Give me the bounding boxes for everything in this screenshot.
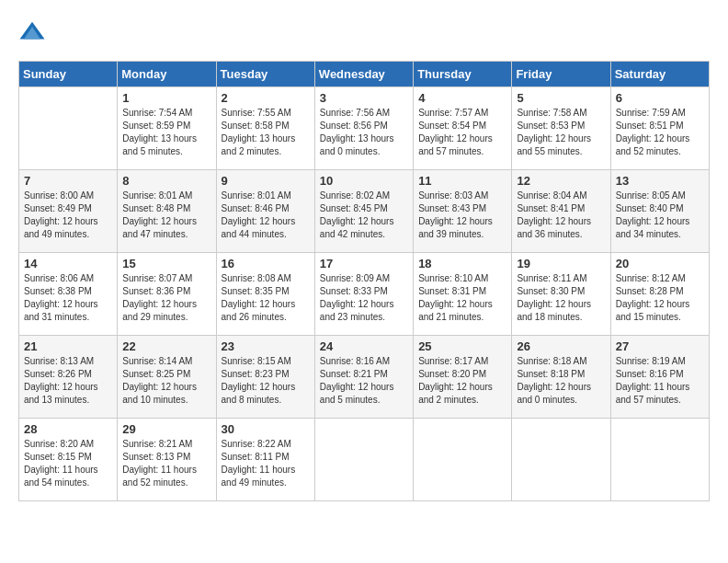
day-number: 4 [418,91,506,105]
calendar-table: SundayMondayTuesdayWednesdayThursdayFrid… [18,61,710,501]
day-number: 16 [222,257,310,270]
day-info: Sunrise: 8:16 AM Sunset: 8:21 PM Dayligh… [320,355,408,407]
calendar-week-row: 28Sunrise: 8:20 AM Sunset: 8:15 PM Dayli… [19,419,710,501]
day-info: Sunrise: 8:02 AM Sunset: 8:45 PM Dayligh… [320,190,408,241]
day-number: 1 [122,91,210,105]
day-info: Sunrise: 8:03 AM Sunset: 8:43 PM Dayligh… [418,190,506,241]
calendar-cell: 29Sunrise: 8:21 AM Sunset: 8:13 PM Dayli… [118,419,216,501]
calendar-cell: 7Sunrise: 8:00 AM Sunset: 8:49 PM Daylig… [19,170,118,253]
day-info: Sunrise: 8:11 AM Sunset: 8:30 PM Dayligh… [517,272,605,324]
calendar-cell: 8Sunrise: 8:01 AM Sunset: 8:48 PM Daylig… [118,170,216,253]
calendar-cell: 14Sunrise: 8:06 AM Sunset: 8:38 PM Dayli… [19,253,118,336]
day-number: 14 [24,257,112,270]
day-info: Sunrise: 8:01 AM Sunset: 8:46 PM Dayligh… [222,190,310,241]
calendar-cell: 26Sunrise: 8:18 AM Sunset: 8:18 PM Dayli… [512,336,610,419]
calendar-cell [19,87,118,170]
day-number: 22 [122,339,210,353]
day-info: Sunrise: 8:13 AM Sunset: 8:26 PM Dayligh… [24,355,112,407]
day-number: 17 [320,257,408,270]
day-number: 30 [222,422,310,436]
day-number: 12 [517,174,605,188]
day-number: 13 [616,174,704,188]
logo [18,18,50,46]
calendar-cell: 3Sunrise: 7:56 AM Sunset: 8:56 PM Daylig… [314,87,413,170]
day-info: Sunrise: 8:08 AM Sunset: 8:35 PM Dayligh… [222,272,310,324]
weekday-header-wednesday: Wednesday [314,62,413,87]
calendar-cell: 17Sunrise: 8:09 AM Sunset: 8:33 PM Dayli… [314,253,413,336]
calendar-cell: 10Sunrise: 8:02 AM Sunset: 8:45 PM Dayli… [314,170,413,253]
page-header [18,18,710,46]
day-number: 11 [418,174,506,188]
weekday-header-saturday: Saturday [610,62,709,87]
calendar-cell: 20Sunrise: 8:12 AM Sunset: 8:28 PM Dayli… [610,253,709,336]
calendar-cell: 13Sunrise: 8:05 AM Sunset: 8:40 PM Dayli… [610,170,709,253]
day-info: Sunrise: 8:09 AM Sunset: 8:33 PM Dayligh… [320,272,408,324]
calendar-cell: 1Sunrise: 7:54 AM Sunset: 8:59 PM Daylig… [118,87,216,170]
calendar-cell [314,419,413,501]
weekday-header-row: SundayMondayTuesdayWednesdayThursdayFrid… [19,62,710,87]
day-number: 3 [320,91,408,105]
day-info: Sunrise: 8:17 AM Sunset: 8:20 PM Dayligh… [418,355,506,407]
calendar-cell [610,419,709,501]
day-info: Sunrise: 7:58 AM Sunset: 8:53 PM Dayligh… [517,107,605,158]
day-number: 18 [418,257,506,270]
day-number: 10 [320,174,408,188]
day-number: 9 [222,174,310,188]
calendar-cell: 11Sunrise: 8:03 AM Sunset: 8:43 PM Dayli… [414,170,512,253]
day-number: 23 [222,339,310,353]
calendar-cell: 27Sunrise: 8:19 AM Sunset: 8:16 PM Dayli… [610,336,709,419]
day-info: Sunrise: 8:15 AM Sunset: 8:23 PM Dayligh… [222,355,310,407]
day-info: Sunrise: 8:19 AM Sunset: 8:16 PM Dayligh… [616,355,704,407]
calendar-cell: 24Sunrise: 8:16 AM Sunset: 8:21 PM Dayli… [314,336,413,419]
weekday-header-monday: Monday [118,62,216,87]
day-number: 21 [24,339,112,353]
day-info: Sunrise: 8:04 AM Sunset: 8:41 PM Dayligh… [517,190,605,241]
day-info: Sunrise: 8:20 AM Sunset: 8:15 PM Dayligh… [24,438,112,489]
calendar-cell: 25Sunrise: 8:17 AM Sunset: 8:20 PM Dayli… [414,336,512,419]
day-info: Sunrise: 8:05 AM Sunset: 8:40 PM Dayligh… [616,190,704,241]
weekday-header-tuesday: Tuesday [216,62,314,87]
calendar-cell: 16Sunrise: 8:08 AM Sunset: 8:35 PM Dayli… [216,253,314,336]
calendar-week-row: 1Sunrise: 7:54 AM Sunset: 8:59 PM Daylig… [19,87,710,170]
day-number: 7 [24,174,112,188]
day-number: 28 [24,422,112,436]
day-info: Sunrise: 7:57 AM Sunset: 8:54 PM Dayligh… [418,107,506,158]
day-info: Sunrise: 7:56 AM Sunset: 8:56 PM Dayligh… [320,107,408,158]
weekday-header-thursday: Thursday [414,62,512,87]
day-number: 26 [517,339,605,353]
day-number: 2 [222,91,310,105]
calendar-cell: 18Sunrise: 8:10 AM Sunset: 8:31 PM Dayli… [414,253,512,336]
day-info: Sunrise: 8:22 AM Sunset: 8:11 PM Dayligh… [222,438,310,489]
weekday-header-sunday: Sunday [19,62,118,87]
calendar-cell: 21Sunrise: 8:13 AM Sunset: 8:26 PM Dayli… [19,336,118,419]
calendar-cell [414,419,512,501]
day-number: 5 [517,91,605,105]
day-number: 24 [320,339,408,353]
day-info: Sunrise: 7:55 AM Sunset: 8:58 PM Dayligh… [222,107,310,158]
calendar-cell: 22Sunrise: 8:14 AM Sunset: 8:25 PM Dayli… [118,336,216,419]
calendar-cell [512,419,610,501]
calendar-cell: 9Sunrise: 8:01 AM Sunset: 8:46 PM Daylig… [216,170,314,253]
day-number: 6 [616,91,704,105]
calendar-cell: 12Sunrise: 8:04 AM Sunset: 8:41 PM Dayli… [512,170,610,253]
weekday-header-friday: Friday [512,62,610,87]
day-info: Sunrise: 8:14 AM Sunset: 8:25 PM Dayligh… [122,355,210,407]
day-number: 19 [517,257,605,270]
calendar-week-row: 21Sunrise: 8:13 AM Sunset: 8:26 PM Dayli… [19,336,710,419]
day-info: Sunrise: 7:59 AM Sunset: 8:51 PM Dayligh… [616,107,704,158]
day-number: 27 [616,339,704,353]
logo-icon [18,18,46,46]
day-number: 25 [418,339,506,353]
calendar-cell: 19Sunrise: 8:11 AM Sunset: 8:30 PM Dayli… [512,253,610,336]
calendar-cell: 30Sunrise: 8:22 AM Sunset: 8:11 PM Dayli… [216,419,314,501]
day-info: Sunrise: 8:06 AM Sunset: 8:38 PM Dayligh… [24,272,112,324]
calendar-week-row: 7Sunrise: 8:00 AM Sunset: 8:49 PM Daylig… [19,170,710,253]
calendar-cell: 5Sunrise: 7:58 AM Sunset: 8:53 PM Daylig… [512,87,610,170]
day-number: 29 [122,422,210,436]
day-info: Sunrise: 8:12 AM Sunset: 8:28 PM Dayligh… [616,272,704,324]
calendar-cell: 6Sunrise: 7:59 AM Sunset: 8:51 PM Daylig… [610,87,709,170]
day-info: Sunrise: 8:10 AM Sunset: 8:31 PM Dayligh… [418,272,506,324]
day-info: Sunrise: 8:21 AM Sunset: 8:13 PM Dayligh… [122,438,210,489]
calendar-week-row: 14Sunrise: 8:06 AM Sunset: 8:38 PM Dayli… [19,253,710,336]
calendar-body: 1Sunrise: 7:54 AM Sunset: 8:59 PM Daylig… [19,87,710,501]
